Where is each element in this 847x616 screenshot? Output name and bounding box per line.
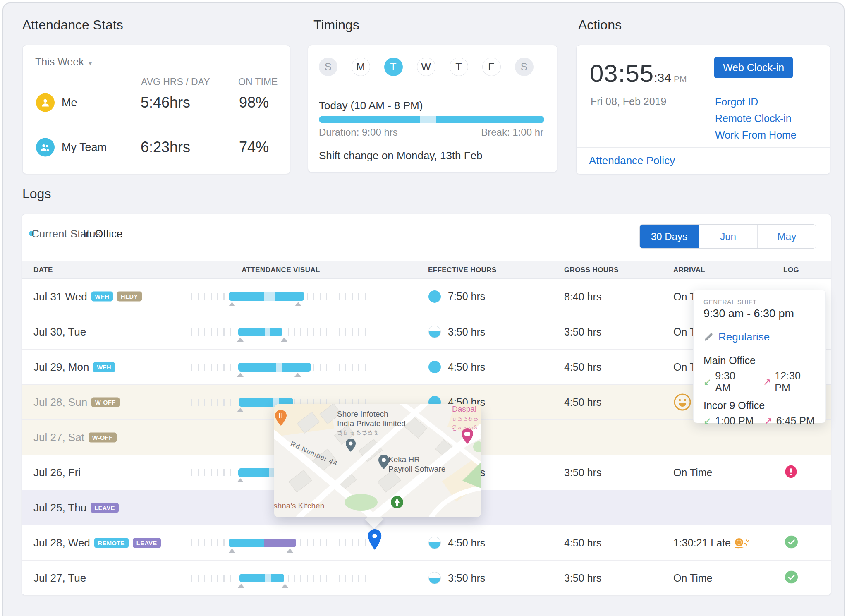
range-button-jun[interactable]: Jun (699, 225, 757, 248)
clock-location-incor-9-office: Incor 9 Office ↙1:00 PM ↗6:45 PM (703, 400, 818, 427)
current-status-value: In Office (83, 228, 122, 240)
bar-work-segment (229, 539, 264, 547)
clock-marker-icon (237, 373, 244, 377)
bar-work-segment (239, 398, 273, 407)
bar-break-segment (264, 292, 275, 301)
gross-hours-value: 3:50 hrs (564, 467, 601, 479)
log-row-jul-28-wed[interactable]: Jul 28, WedREMOTELEAVE4:50 hrs4:50 hrs1:… (22, 525, 831, 560)
avatar (36, 93, 55, 112)
period-selector-label: This Week (35, 56, 84, 67)
badge-wfh: WFH (91, 292, 113, 302)
gross-hours-value: 4:50 hrs (564, 537, 601, 549)
park-poi-icon (391, 496, 403, 508)
hours-fill-icon (428, 537, 441, 549)
weekday-6-s: S (515, 58, 534, 76)
gross-hours-value: 8:40 hrs (564, 290, 601, 302)
bar-work-segment (275, 292, 304, 301)
clock-out-time: 6:45 PM (776, 415, 815, 427)
stats-row-label: My Team (62, 141, 107, 154)
duration-label: Duration: 9:00 hrs (319, 127, 398, 138)
effective-hours-value: 4:50 hrs (448, 361, 485, 373)
map-label-business1: Shore Infotech (337, 410, 388, 418)
clock-in-arrow-icon: ↙ (703, 376, 711, 388)
effective-hours-value: 3:50 hrs (448, 572, 485, 584)
clock-locations: Main Office ↙9:30 AM ↗12:30 PM Incor 9 O… (703, 349, 818, 427)
bar-break-segment (276, 363, 282, 372)
forgot-id-link[interactable]: Forgot ID (715, 96, 758, 108)
work-from-home-link[interactable]: Work From Home (715, 129, 797, 141)
badge-w-off: W-OFF (91, 397, 120, 407)
effective-hours-cell: 4:50 hrs (428, 361, 485, 373)
arrival-cell: On Time (673, 572, 712, 584)
clock-marker-icon (294, 373, 301, 377)
remote-clock-in-link[interactable]: Remote Clock-in (715, 113, 792, 125)
shift-time: 9:30 am - 6:30 pm (703, 307, 794, 320)
on-time-check-icon (785, 536, 798, 549)
log-status-icon[interactable] (785, 536, 798, 550)
gross-hours-value: 4:50 hrs (564, 396, 601, 408)
actions-card: 03:55:34PM Fri 08, Feb 2019 Web Clock-in… (576, 45, 830, 175)
clock-marker-icon (229, 549, 235, 553)
stats-row-label: Me (62, 96, 77, 109)
shift-name: GENERAL SHIFT (703, 298, 757, 305)
bar-work-segment (239, 574, 265, 582)
column-header-avg: AVG HRS / DAY (141, 77, 210, 88)
log-row-jul-27-tue[interactable]: Jul 27, Tue3:50 hrs3:50 hrsOn Time (22, 560, 831, 595)
arrival-cell (673, 393, 691, 411)
effective-hours-value: 4:50 hrs (448, 537, 485, 549)
attendance-dashboard: Attendance Stats This Week▼ AVG HRS / DA… (0, 0, 847, 616)
effective-hours-cell: 3:50 hrs (428, 572, 485, 584)
timings-card: SMTWTFS Today (10 AM - 8 PM) Duration: 9… (308, 45, 557, 173)
badge-leave: LEAVE (91, 503, 119, 513)
shift-bar-work-segment (436, 116, 544, 123)
divider (35, 123, 278, 123)
log-date: Jul 27, SatW-OFF (33, 431, 117, 444)
range-button-may[interactable]: May (757, 225, 816, 248)
th-attendance-visual: ATTENDANCE VISUAL (242, 266, 320, 274)
bar-work-segment (238, 363, 276, 372)
hours-fill-icon (428, 572, 441, 584)
clock-location-main-office: Main Office ↙9:30 AM ↗12:30 PM (703, 355, 818, 394)
shift-bar-break-segment (420, 116, 436, 123)
th-effective-hours: EFFECTIVE HOURS (428, 266, 497, 274)
live-clock: 03:55:34PM (590, 59, 687, 88)
weekday-0-s: S (319, 58, 337, 76)
attendance-bar (238, 328, 282, 336)
logs-title: Logs (22, 186, 51, 201)
log-status-icon[interactable] (785, 571, 798, 585)
range-button-30-days[interactable]: 30 Days (640, 225, 699, 248)
svg-text:Payroll Software: Payroll Software (388, 465, 445, 473)
on-time-value: 74% (239, 139, 269, 156)
attendance-policy-link[interactable]: Attendance Policy (589, 154, 675, 167)
arrival-value: On Time (673, 572, 712, 584)
period-selector[interactable]: This Week▼ (35, 56, 93, 68)
bar-work-segment (229, 292, 264, 301)
weekday-3-w: W (417, 58, 435, 76)
pencil-icon (703, 332, 713, 342)
log-status-icon[interactable] (785, 465, 797, 480)
gross-hours-value: 3:50 hrs (564, 572, 601, 584)
clock-in-time: 9:30 AM (715, 370, 752, 394)
clock-in-location-map[interactable]: Shore Infotech India Private limited షోర… (274, 404, 481, 517)
web-clock-in-button[interactable]: Web Clock-in (714, 57, 793, 78)
map-label-business1-native: షోర్ ఇన్ఫోటిక్ (337, 430, 379, 437)
logs-table-header: DATE ATTENDANCE VISUAL EFFECTIVE HOURS G… (22, 261, 831, 279)
clock-ampm: PM (674, 74, 687, 84)
on-time-check-icon (785, 571, 798, 584)
avatar (36, 138, 55, 157)
clock-hours-minutes: 03:55 (590, 60, 654, 87)
regularise-link[interactable]: Regularise (703, 331, 770, 343)
shift-change-note: Shift change on Monday, 13th Feb (319, 149, 483, 162)
clock-out-arrow-icon: ↗ (764, 415, 772, 427)
divider (694, 324, 825, 324)
location-times: ↙1:00 PM ↗6:45 PM (703, 415, 818, 427)
location-pin-icon[interactable] (366, 529, 383, 552)
svg-text:హైదరాబాద్: హైదరాబాద్ (452, 425, 479, 431)
hours-fill-icon (428, 361, 441, 373)
log-date: Jul 31 WedWFHHLDY (33, 290, 142, 303)
map-label-restaurant: ishna's Kitchen (274, 501, 324, 510)
bar-work-segment (238, 328, 265, 336)
weekday-1-m: M (352, 58, 370, 76)
th-gross-hours: GROSS HOURS (564, 266, 619, 274)
bar-work-segment (282, 363, 311, 372)
